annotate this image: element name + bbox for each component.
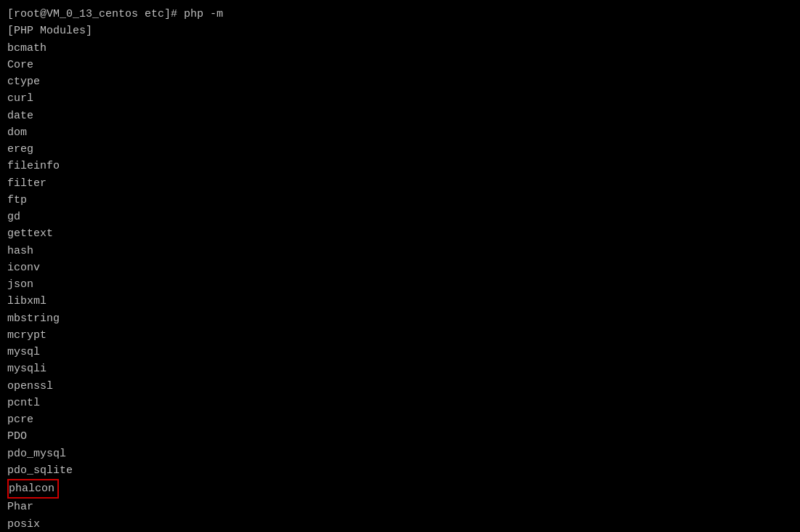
- module-mysqli: mysqli: [7, 360, 793, 377]
- module-mcrypt: mcrypt: [7, 327, 793, 344]
- module-json: json: [7, 276, 793, 293]
- module-fileinfo: fileinfo: [7, 158, 793, 174]
- module-bcmath: bcmath: [7, 40, 793, 57]
- module-iconv: iconv: [7, 259, 793, 276]
- module-ftp: ftp: [7, 192, 793, 209]
- phalcon-highlight-box: phalcon: [7, 479, 59, 499]
- module-date: date: [7, 108, 793, 124]
- module-mysql: mysql: [7, 344, 793, 360]
- module-pdo: PDO: [7, 428, 793, 445]
- prompt-line: [root@VM_0_13_centos etc]# php -m: [7, 6, 793, 23]
- module-libxml: libxml: [7, 293, 793, 310]
- module-ctype: ctype: [7, 73, 793, 90]
- module-ereg: ereg: [7, 141, 793, 158]
- php-modules-header: [PHP Modules]: [7, 23, 793, 39]
- module-phalcon-line: phalcon: [7, 479, 793, 499]
- module-openssl: openssl: [7, 378, 793, 395]
- module-dom: dom: [7, 124, 793, 141]
- terminal-window: [root@VM_0_13_centos etc]# php -m [PHP M…: [0, 0, 800, 532]
- module-gettext: gettext: [7, 225, 793, 242]
- module-hash: hash: [7, 243, 793, 259]
- module-mbstring: mbstring: [7, 310, 793, 327]
- module-pdo-sqlite: pdo_sqlite: [7, 462, 793, 479]
- module-pdo-mysql: pdo_mysql: [7, 446, 793, 462]
- module-filter: filter: [7, 175, 793, 192]
- module-pcre: pcre: [7, 411, 793, 428]
- module-core: Core: [7, 57, 793, 73]
- module-pcntl: pcntl: [7, 395, 793, 411]
- module-posix: posix: [7, 516, 793, 533]
- module-curl: curl: [7, 90, 793, 107]
- module-phar: Phar: [7, 499, 793, 515]
- module-gd: gd: [7, 209, 793, 225]
